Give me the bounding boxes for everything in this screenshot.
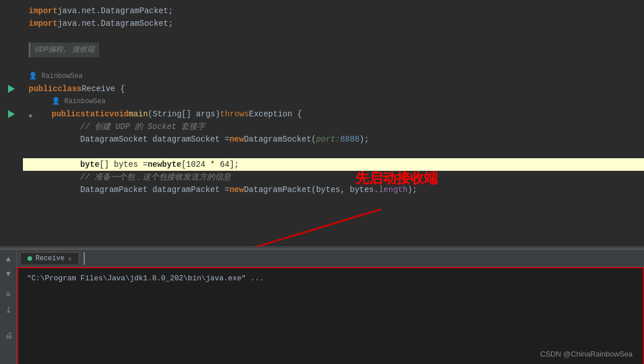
run-panel: Receive ✕ "C:\Program Files\Java\jdk1.8.…	[17, 250, 644, 364]
code-content: import java.net.DatagramPacket; import j…	[23, 5, 644, 196]
csdn-watermark: CSDN @ChinaRainbowSea	[540, 350, 633, 358]
run-output: "C:\Program Files\Java\jdk1.8.0_202\bin\…	[18, 268, 643, 288]
code-line-3	[23, 30, 644, 42]
editor-area: import java.net.DatagramPacket; import j…	[0, 0, 644, 246]
run-tabs: Receive ✕	[17, 250, 644, 267]
run-tab-label: Receive	[36, 255, 64, 263]
print-btn[interactable]: 🖨	[4, 331, 13, 340]
scroll-up-btn[interactable]: ▲	[4, 255, 13, 264]
code-line-1: import java.net.DatagramPacket;	[23, 5, 644, 17]
code-line-10: // 创建 UDP 的 Socket 套接字	[23, 120, 644, 133]
code-line-2: import java.net.DatagramSocket;	[23, 17, 644, 30]
code-line-9: ◆ public static void main (String[] args…	[23, 108, 644, 120]
format-btn[interactable]: ≡	[4, 290, 13, 299]
run-tab-receive[interactable]: Receive ✕	[20, 252, 79, 264]
run-tab-close[interactable]: ✕	[68, 255, 72, 263]
code-line-8: 👤 RainbowSea	[23, 95, 644, 108]
bottom-gutter: ▲ ▼ ≡ ⤓ 🖨	[0, 250, 17, 364]
scroll-down-btn[interactable]: ▼	[4, 269, 13, 279]
run-gutter	[1, 0, 22, 246]
code-line-7: public class Receive {	[23, 83, 644, 95]
svg-line-1	[172, 209, 381, 246]
code-line-12	[23, 146, 644, 158]
code-line-6: 👤 RainbowSea	[23, 70, 644, 83]
download-btn[interactable]: ⤓	[4, 305, 13, 314]
run-icon-7[interactable]	[8, 84, 17, 97]
run-icon-9[interactable]	[8, 109, 17, 122]
code-line-14: // 准备一个包，这个包接收发送方的信息	[23, 171, 644, 183]
code-line-11: DatagramSocket datagramSocket = new Data…	[23, 133, 644, 146]
run-status-dot	[28, 256, 32, 261]
code-line-4: UDP编程, 接收端	[23, 42, 644, 57]
bottom-panel: ▲ ▼ ≡ ⤓ 🖨 Receive ✕ "C:\Program Files\Ja…	[0, 249, 644, 364]
annotation-label: 先启动接收端	[355, 169, 438, 187]
run-output-text: "C:\Program Files\Java\jdk1.8.0_202\bin\…	[27, 274, 264, 283]
code-line-13: byte [] bytes = new byte [1024 * 64];	[23, 158, 644, 171]
code-line-15: DatagramPacket datagramPacket = new Data…	[23, 183, 644, 196]
tab-separator	[81, 252, 85, 265]
code-line-5	[23, 57, 644, 70]
